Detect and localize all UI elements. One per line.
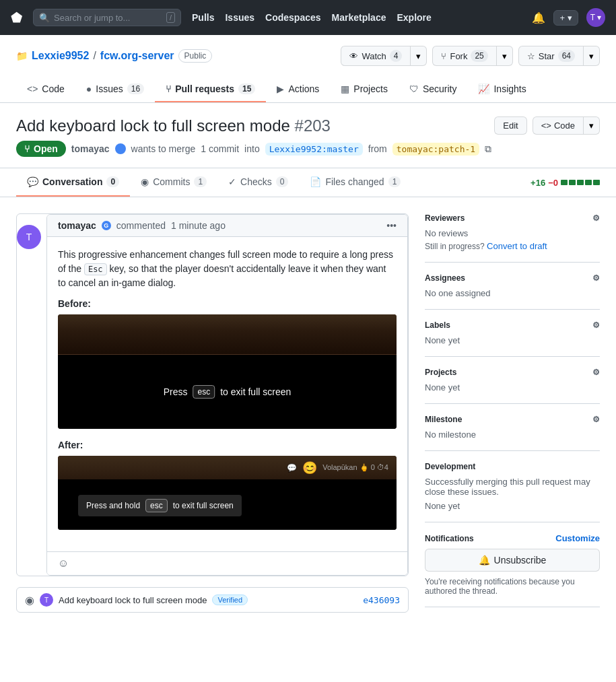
tab-code[interactable]: <> Code [16,77,75,102]
watch-dropdown[interactable]: ▾ [411,46,427,66]
esc-key-badge: Esc [84,263,107,275]
commit-count-text: 1 commit [201,143,239,154]
comment-options-button[interactable]: ••• [386,220,397,231]
reviewers-gear-icon[interactable]: ⚙ [592,213,600,223]
base-branch[interactable]: Lexxie9952:master [265,143,363,156]
development-section: Development Successfully merging this pu… [425,451,600,522]
files-label: Files changed [325,176,384,187]
convert-draft-link[interactable]: Convert to draft [487,241,547,251]
unsubscribe-button[interactable]: 🔔 Unsubscribe [425,549,600,572]
pr-title-text: Add keyboard lock to full screen mode [16,116,290,135]
star-button[interactable]: ☆ Star 64 [518,46,584,66]
dev-note: Successfully merging this pull request m… [425,477,600,497]
after-screen-black: Press and hold esc to exit full screen [58,479,397,530]
customize-link[interactable]: Customize [555,533,600,543]
pr-title-row: Add keyboard lock to full screen mode #2… [16,116,600,135]
head-branch[interactable]: tomayac:patch-1 [392,143,479,156]
tab-security[interactable]: 🛡 Security [399,77,468,102]
diff-bar-4 [585,180,592,185]
github-logo-icon[interactable]: ⬟ [11,9,22,26]
notifications-title: Notifications Customize [425,533,600,543]
pr-author[interactable]: tomayac [71,143,110,154]
bell-icon[interactable]: 🔔 [532,11,545,24]
insights-icon: 📈 [478,83,489,94]
comment-body-line1b: key, so that the player doesn't accident… [58,263,386,288]
create-button[interactable]: + ▾ [553,10,578,26]
assignees-gear-icon[interactable]: ⚙ [592,273,600,283]
milestone-gear-icon[interactable]: ⚙ [592,415,600,424]
repo-link[interactable]: fcw.org-server [100,50,174,62]
fork-button[interactable]: ⑂ Fork 25 [432,46,496,66]
nav-issues[interactable]: Issues [225,12,254,23]
pr-icon: ⑂ [166,83,171,94]
star-count: 64 [558,50,575,62]
diff-deletions: −0 [548,178,558,188]
visibility-badge: Public [178,49,213,63]
diff-bar-3 [577,180,584,185]
pr-tab-checks[interactable]: ✓ Checks 0 [217,168,299,197]
edit-button[interactable]: Edit [494,116,526,135]
code-button[interactable]: <> Code [533,116,584,135]
labels-section: Labels ⚙ None yet [425,310,600,357]
code-btn-icon: <> [541,121,551,131]
watch-button[interactable]: 👁 Watch 4 [341,46,411,66]
owner-link[interactable]: Lexxie9952 [32,50,89,62]
reviewers-title: Reviewers ⚙ [425,213,600,223]
nav-explore[interactable]: Explore [397,12,431,23]
files-icon: 📄 [310,176,321,187]
pr-title-buttons: Edit <> Code ▾ [494,116,600,135]
nav-codespaces[interactable]: Codespaces [265,12,320,23]
nav-pulls[interactable]: Pulls [192,12,214,23]
emoji-reaction-button[interactable]: ☺ [58,557,69,570]
tab-insights-label: Insights [493,83,526,94]
reviewers-note: Still in progress? Convert to draft [425,241,600,251]
star-label: Star [539,51,555,61]
tab-pull-requests[interactable]: ⑂ Pull requests 15 [155,77,266,102]
plus-dropdown-icon: ▾ [568,13,572,23]
fork-icon: ⑂ [441,51,446,61]
projects-value: None yet [425,382,600,393]
user-avatar[interactable]: T ▾ [586,8,605,27]
star-dropdown[interactable]: ▾ [584,46,600,66]
pr-tab-commits[interactable]: ◉ Commits 1 [130,168,217,197]
copy-icon[interactable]: ⧉ [485,143,491,155]
diff-bars [561,180,600,185]
tab-actions[interactable]: ▶ Actions [266,77,330,102]
projects-label: Projects [425,368,456,377]
comment-author[interactable]: tomayac [58,220,96,231]
watch-label: Watch [362,51,386,61]
pr-status-text: Open [34,143,58,154]
pr-tab-conversation[interactable]: 💬 Conversation 0 [16,168,130,197]
checks-count: 0 [276,176,289,187]
commit-hash[interactable]: e436093 [363,595,400,605]
pr-sidebar: Reviewers ⚙ No reviews Still in progress… [425,213,600,613]
google-badge [115,143,126,154]
commit-author-avatar: T [40,593,53,607]
tab-insights[interactable]: 📈 Insights [467,77,537,102]
commit-message[interactable]: Add keyboard lock to full screen mode [59,595,207,605]
tab-pulls-label: Pull requests [175,83,234,94]
code-dropdown-button[interactable]: ▾ [584,116,600,135]
fork-label: Fork [450,51,467,61]
before-screenshot: Press esc to exit full screen [58,314,397,429]
search-box[interactable]: 🔍 Search or jump to... / [33,9,181,26]
tab-projects[interactable]: ▦ Projects [330,77,399,102]
from-text: from [368,143,387,154]
tab-issues[interactable]: ● Issues 16 [75,77,155,102]
breadcrumb: 📁 Lexxie9952 / fcw.org-server Public 👁 W… [16,46,600,66]
code-icon: <> [27,83,38,94]
notify-note: You're receiving notifications because y… [425,577,600,596]
comment-card: T tomayac G commented 1 minute ago ••• T… [16,213,409,576]
pr-tab-files-changed[interactable]: 📄 Files changed 1 [299,168,411,197]
nav-marketplace[interactable]: Marketplace [332,12,386,23]
projects-title: Projects ⚙ [425,368,600,377]
conversation-icon: 💬 [27,176,38,187]
assignees-section: Assignees ⚙ No one assigned [425,263,600,310]
fork-dropdown[interactable]: ▾ [497,46,513,66]
pr-status-badge: ⑂ Open [16,141,66,157]
labels-gear-icon[interactable]: ⚙ [592,320,600,330]
projects-section: Projects ⚙ None yet [425,357,600,404]
tab-actions-label: Actions [288,83,319,94]
pr-meta: ⑂ Open tomayac wants to merge 1 commit i… [16,141,600,157]
projects-gear-icon[interactable]: ⚙ [592,368,600,377]
